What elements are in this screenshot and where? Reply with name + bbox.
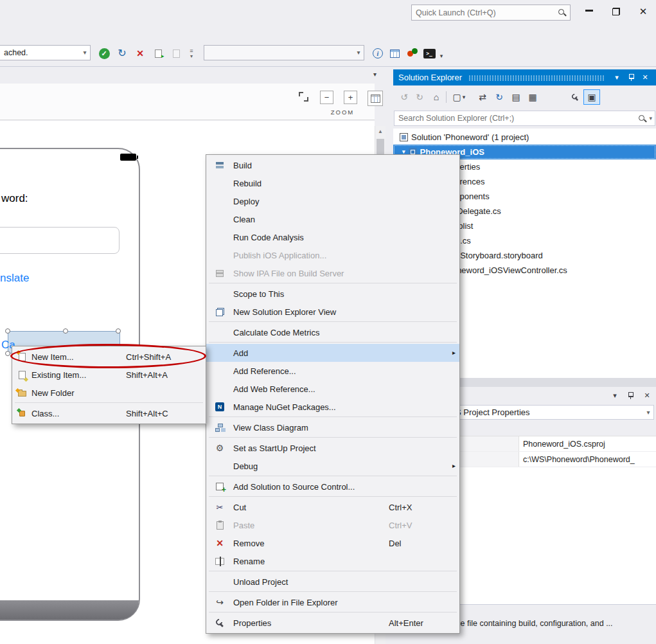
close-icon[interactable]: ✕ [640, 389, 654, 401]
grid-icon [390, 49, 400, 58]
minimize-button[interactable] [580, 4, 599, 19]
resize-handle[interactable] [5, 328, 10, 334]
menu-item-add-reference[interactable]: Add Reference... [206, 362, 459, 380]
menu-item-remove[interactable]: ✕ Remove Del [206, 534, 459, 552]
quick-launch-input[interactable] [416, 8, 558, 17]
menu-item-publish-ios-application[interactable]: Publish iOS Application... [206, 246, 459, 264]
resize-handle[interactable] [63, 328, 68, 334]
preview-selected-items-icon[interactable]: ▣ [583, 89, 600, 105]
device-combobox[interactable]: ached. ▾ [0, 45, 91, 60]
search-options-chevron-icon[interactable]: ▾ [649, 116, 652, 121]
device-combobox-value: ached. [0, 48, 80, 57]
menu-item-add[interactable]: Add ▸ [206, 344, 459, 362]
search-icon[interactable] [638, 114, 646, 123]
close-button[interactable]: ✕ [634, 4, 653, 19]
fit-to-screen-button[interactable] [299, 92, 308, 103]
property-value-cell[interactable]: Phoneword_iOS.csproj [519, 436, 656, 451]
submenu-item-existing-item[interactable]: Existing Item... Shift+Alt+A [12, 366, 206, 384]
page-disabled-icon [173, 49, 180, 58]
clipboard-icon [217, 521, 224, 530]
toolbar-overflow-button[interactable]: ≡ ▾ [186, 46, 197, 60]
menu-item-properties[interactable]: Properties Alt+Enter [206, 614, 459, 632]
refresh-connection-button[interactable]: ↻ [114, 46, 130, 60]
info-button[interactable]: i [370, 46, 386, 60]
menu-item-scope-to-this[interactable]: Scope to This [206, 285, 459, 303]
submenu-item-new-folder[interactable]: New Folder [12, 384, 206, 402]
open-folder-arrow-icon: ↪ [216, 598, 224, 607]
minimize-icon [585, 10, 593, 12]
quick-launch[interactable] [411, 4, 571, 21]
menu-item-calculate-code-metrics[interactable]: Calculate Code Metrics [206, 323, 459, 341]
show-all-files-icon[interactable]: ▦ [526, 91, 540, 103]
solution-explorer-search-input[interactable] [398, 114, 638, 123]
window-position-chevron-icon[interactable]: ▾ [608, 389, 622, 401]
new-item-icon [19, 353, 26, 361]
menu-item-add-solution-to-source-control[interactable]: Add Solution to Source Control... [206, 478, 459, 496]
zoom-out-button[interactable]: − [320, 91, 333, 104]
back-icon[interactable]: ↺ [397, 91, 411, 103]
menu-item-deploy[interactable]: Deploy [206, 192, 459, 210]
submenu-item-new-item[interactable]: New Item... Ctrl+Shift+A [12, 348, 206, 366]
data-grid-button[interactable] [387, 46, 402, 60]
window-position-chevron-icon[interactable]: ▾ [610, 71, 624, 85]
pin-icon[interactable] [623, 389, 637, 401]
home-icon[interactable]: ⌂ [429, 91, 443, 103]
collapse-all-icon[interactable]: ▤ [509, 91, 523, 103]
pane-options-chevron-icon[interactable]: ▾ [373, 71, 377, 78]
menu-item-clean[interactable]: Clean [206, 210, 459, 228]
chevron-down-icon[interactable]: ▾ [80, 49, 90, 56]
deploy-to-device-button[interactable]: ▸ [150, 46, 166, 60]
solution-explorer-search[interactable]: ▾ [394, 111, 655, 126]
menu-item-set-as-startup-project[interactable]: ⚙ Set as StartUp Project [206, 439, 459, 457]
switch-views-chevron-icon[interactable]: ▾ [460, 91, 468, 103]
designer-toolbar [0, 84, 375, 120]
chevron-down-icon[interactable]: ▾ [643, 409, 653, 416]
translate-link[interactable]: nslate [0, 272, 29, 285]
chevron-down-icon[interactable]: ▾ [353, 49, 364, 56]
menu-item-view-class-diagram[interactable]: View Class Diagram [206, 418, 459, 436]
menu-item-paste[interactable]: Paste Ctrl+V [206, 516, 459, 534]
menu-item-add-web-reference[interactable]: Add Web Reference... [206, 380, 459, 398]
scroll-up-icon[interactable]: ▲ [375, 126, 386, 134]
tree-item-solution[interactable]: Solution 'Phoneword' (1 project) [393, 130, 656, 144]
menu-item-new-solution-explorer-view[interactable]: New Solution Explorer View [206, 303, 459, 321]
forward-icon[interactable]: ↻ [412, 91, 427, 103]
menu-item-manage-nuget-packages[interactable]: N Manage NuGet Packages... [206, 398, 459, 416]
close-icon[interactable]: ✕ [638, 71, 652, 85]
menu-item-run-code-analysis[interactable]: Run Code Analysis [206, 228, 459, 246]
page-icon: ▸ [155, 49, 162, 58]
menu-item-build[interactable]: Build [206, 156, 459, 174]
refresh-icon[interactable]: ↻ [492, 91, 506, 103]
menu-item-rebuild[interactable]: Rebuild [206, 174, 459, 192]
resize-handle[interactable] [5, 351, 10, 356]
locked-action-button[interactable] [168, 46, 184, 60]
properties-wrench-icon[interactable] [568, 91, 582, 103]
property-value-cell[interactable]: c:\WS\Phoneword\Phoneword_ [519, 452, 656, 467]
disconnect-button[interactable]: ✕ [132, 46, 148, 60]
resize-handle[interactable] [116, 328, 121, 334]
solution-icon [400, 133, 408, 141]
feedback-button[interactable] [405, 46, 420, 60]
actual-size-button[interactable] [368, 91, 383, 106]
menu-item-cut[interactable]: ✂ Cut Ctrl+X [206, 498, 459, 516]
search-icon[interactable] [558, 8, 566, 17]
add-submenu: New Item... Ctrl+Shift+A Existing Item..… [12, 346, 206, 424]
menu-item-show-ipa-file[interactable]: Show IPA File on Build Server [206, 264, 459, 282]
pin-icon[interactable] [624, 71, 638, 85]
rename-icon [215, 558, 224, 565]
configuration-combobox[interactable]: ▾ [204, 45, 364, 60]
phone-number-textfield[interactable] [0, 227, 120, 254]
tree-item[interactable]: Phoneword_iOSViewController.cs [442, 263, 567, 278]
restore-button[interactable] [607, 4, 626, 19]
connection-status-button[interactable]: ✓ [96, 46, 112, 60]
console-button[interactable]: >_ [421, 46, 437, 60]
menu-item-debug[interactable]: Debug ▸ [206, 457, 459, 475]
solution-explorer-titlebar[interactable]: Solution Explorer ▾ ✕ [393, 69, 656, 85]
console-dropdown[interactable]: ▾ [437, 46, 446, 60]
sync-active-document-icon[interactable]: ⇄ [475, 91, 490, 103]
menu-item-rename[interactable]: Rename [206, 552, 459, 570]
submenu-item-class[interactable]: Class... Shift+Alt+C [12, 404, 206, 422]
menu-item-open-folder-in-file-explorer[interactable]: ↪ Open Folder in File Explorer [206, 593, 459, 611]
zoom-in-button[interactable]: + [344, 91, 357, 104]
menu-item-unload-project[interactable]: Unload Project [206, 573, 459, 591]
